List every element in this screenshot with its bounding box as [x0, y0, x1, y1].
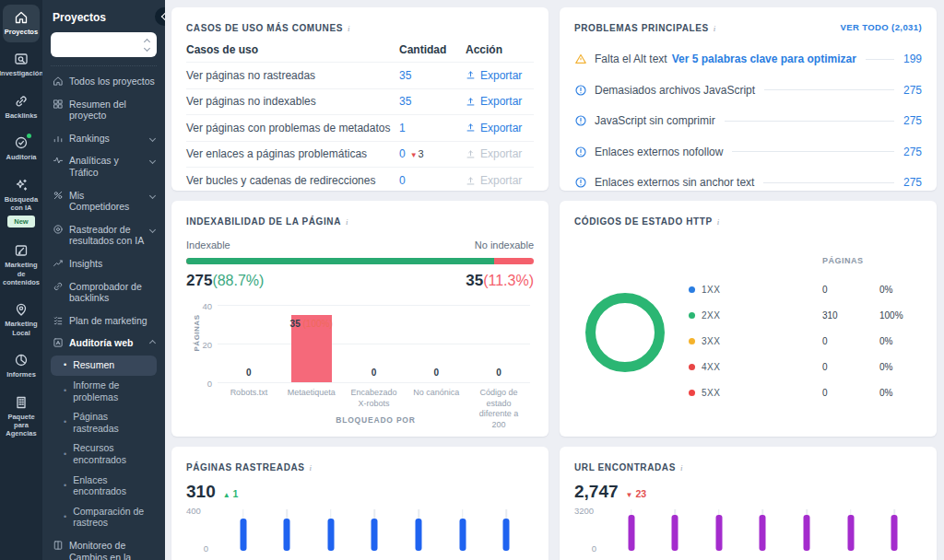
status-dot: [27, 134, 31, 138]
rail-item-label: Paquete para Agencias: [4, 413, 39, 438]
link-icon: [53, 281, 64, 292]
info-icon[interactable]: i: [714, 24, 716, 33]
project-select[interactable]: [51, 32, 157, 57]
rail-item-investigacion[interactable]: Investigación: [3, 46, 40, 84]
card-title: PROBLEMAS PRINCIPALES: [574, 23, 709, 33]
sidebar-item-todos-los-proyectos[interactable]: Todos los proyectos: [51, 70, 157, 93]
sidebar-item-resumen-del-proyecto[interactable]: Resumen del proyecto: [51, 93, 157, 127]
leader-line: [763, 182, 894, 183]
sidebar-item-plan-marketing[interactable]: Plan de marketing: [51, 309, 157, 332]
bar-slot: [759, 509, 766, 551]
bar-slot: [891, 509, 898, 551]
info-icon[interactable]: i: [680, 463, 683, 472]
card-title: PÁGINAS RASTREADAS: [186, 462, 305, 472]
count-link[interactable]: 0: [399, 147, 406, 160]
rail-item-label: Proyectos: [5, 28, 38, 36]
sidebar-item-rastreador-ia[interactable]: Rastreador de resultados con IA: [51, 218, 157, 252]
sub-item-enlaces-encontrados[interactable]: Enlaces encontrados: [51, 470, 157, 501]
indexability-progress: [186, 258, 534, 264]
export-button[interactable]: Exportar: [466, 69, 534, 82]
rail-item-backlinks[interactable]: Backlinks: [3, 88, 40, 126]
indexability-card: INDEXABILIDAD DE LA PÁGINAi Indexable No…: [171, 201, 549, 437]
bar: [715, 515, 722, 551]
bar-slot: [415, 509, 422, 551]
indexable-label: Indexable: [186, 239, 230, 251]
view-all-link[interactable]: VER TODO (2,031): [840, 22, 922, 32]
leader-line: [764, 89, 894, 90]
indexable-pct: (88.7%): [212, 273, 264, 288]
sub-item-recursos-encontrados[interactable]: Recursos encontrados: [51, 438, 157, 470]
legend-item: 3XX: [689, 328, 822, 354]
issue-count-link[interactable]: 199: [903, 52, 922, 65]
rail-item-busqueda-ia[interactable]: Búsqueda con IA New: [3, 172, 40, 235]
count-link[interactable]: 35: [399, 95, 411, 108]
indexable-count: 275: [186, 272, 212, 289]
chevron-down-icon: [149, 227, 156, 233]
rail-item-informes[interactable]: Informes: [3, 347, 40, 385]
non-indexable-pct: (11.3%): [483, 273, 534, 288]
rail-item-label: Backlinks: [5, 111, 37, 120]
issue-count-link[interactable]: 275: [903, 146, 922, 158]
export-button-disabled: Exportar: [466, 147, 534, 160]
count-link[interactable]: 1: [399, 122, 406, 134]
count-link[interactable]: 0: [399, 174, 406, 187]
non-indexable-count: 35: [466, 272, 483, 289]
rail-item-marketing-local[interactable]: Marketing Local: [3, 297, 40, 344]
legend-item: 1XX: [689, 276, 822, 302]
count-link[interactable]: 35: [399, 69, 411, 82]
sidebar-item-auditoria-web[interactable]: Auditoría web: [51, 332, 157, 355]
bar: [628, 515, 634, 551]
audit-icon: [14, 135, 29, 150]
table-row: Ver páginas con problemas de metadatos 1…: [186, 115, 534, 142]
issue-count-link[interactable]: 275: [903, 114, 922, 127]
info-icon[interactable]: i: [310, 463, 313, 472]
rail-item-marketing-contenidos[interactable]: Marketing de contenidos: [3, 238, 40, 293]
notice-icon: [574, 84, 587, 97]
legend-item: 5XX: [689, 379, 822, 405]
grid-icon: [53, 99, 64, 110]
issue-keywords-link[interactable]: Ver 5 palabras clave para optimizar: [672, 52, 856, 65]
delta-up-icon: ▲: [223, 491, 230, 499]
export-button[interactable]: Exportar: [466, 95, 534, 108]
bar-column: 0: [405, 305, 467, 382]
bar: [240, 519, 246, 551]
sidebar-item-comprobador-backlinks[interactable]: Comprobador de backlinks: [51, 275, 157, 309]
rail-item-proyectos[interactable]: Proyectos: [3, 5, 40, 42]
table-row: Ver páginas no rastreadas 35 Exportar: [186, 63, 534, 89]
sidebar-item-analiticas-trafico[interactable]: Analíticas y Tráfico: [51, 149, 157, 183]
sub-item-comparacion-rastreos[interactable]: Comparación de rastreos: [51, 501, 157, 532]
sub-item-paginas-rastreadas[interactable]: Páginas rastreadas: [51, 407, 157, 438]
sub-item-informe-problemas[interactable]: Informe de problemas: [51, 376, 157, 407]
rail-item-paquete-agencias[interactable]: Paquete para Agencias: [3, 390, 40, 445]
issue-count-link[interactable]: 275: [903, 84, 922, 97]
issue-row: Enlaces externos sin anchor text 275: [574, 169, 922, 191]
bar-slot: [671, 509, 678, 551]
export-button[interactable]: Exportar: [466, 122, 534, 134]
table-row: Ver enlaces a páginas problemáticas 0▼3 …: [186, 142, 534, 169]
legend-item: 4XX: [689, 354, 822, 379]
urls-chart: 3200 0: [574, 509, 922, 551]
sidebar-item-insights[interactable]: Insights: [51, 252, 157, 275]
info-icon[interactable]: i: [346, 217, 348, 227]
table-row: Ver páginas no indexables 35 Exportar: [186, 89, 534, 116]
delta-down-icon: ▼: [410, 151, 418, 159]
info-icon[interactable]: i: [348, 24, 350, 33]
table-header: Casos de uso Cantidad Acción: [186, 38, 534, 63]
leader-line: [725, 121, 894, 122]
rail-item-auditoria[interactable]: Auditoría: [3, 130, 40, 168]
pages-column-header: PÁGINAS: [822, 256, 879, 276]
info-icon[interactable]: i: [717, 217, 720, 227]
rail-item-label: Marketing Local: [4, 320, 39, 337]
target-icon: [53, 224, 64, 235]
sidebar-item-mis-competidores[interactable]: Mis Competidores: [51, 184, 157, 218]
issue-row: Falta el Alt text Ver 5 palabras clave p…: [574, 45, 922, 74]
sidebar-item-rankings[interactable]: Rankings: [51, 127, 157, 150]
bar-slot: [459, 509, 466, 551]
sidebar-item-monitoreo-cambios[interactable]: Monitoreo de Cambios en la Página: [51, 534, 157, 560]
competitors-icon: [53, 190, 64, 201]
rail-item-label: Búsqueda con IA: [4, 195, 39, 213]
issue-count-link[interactable]: 275: [903, 176, 922, 189]
sub-item-resumen[interactable]: Resumen: [51, 356, 157, 376]
use-cases-card: CASOS DE USO MÁS COMUNESi Casos de uso C…: [171, 7, 549, 191]
page-changes-icon: [53, 540, 64, 551]
